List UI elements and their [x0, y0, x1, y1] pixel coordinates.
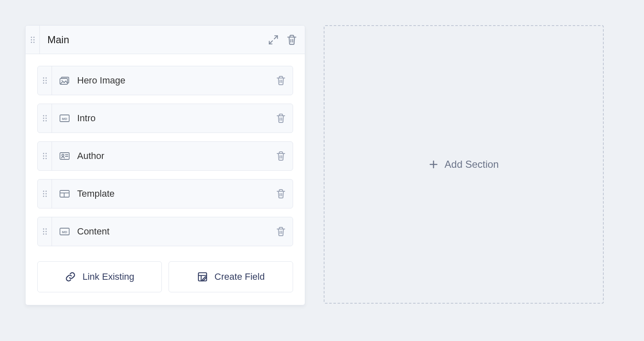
field-row[interactable]: Template: [37, 179, 293, 208]
delete-field-icon[interactable]: [276, 189, 286, 199]
field-label: Content: [77, 226, 269, 237]
markdown-type-icon: [59, 113, 70, 124]
section-actions: Link Existing Create Field: [37, 261, 293, 292]
field-label: Author: [77, 151, 269, 161]
field-row[interactable]: Author: [37, 141, 293, 171]
field-drag-handle[interactable]: [38, 142, 52, 170]
link-existing-button[interactable]: Link Existing: [37, 261, 162, 292]
link-icon: [65, 271, 76, 282]
delete-field-icon[interactable]: [276, 113, 286, 123]
field-row[interactable]: Hero Image: [37, 66, 293, 95]
field-drag-handle[interactable]: [38, 180, 52, 208]
component-type-icon: [59, 188, 70, 199]
section-card: Main Hero Image Intro: [25, 25, 305, 305]
grip-icon: [30, 36, 35, 44]
field-drag-handle[interactable]: [38, 104, 52, 133]
form-edit-icon: [197, 271, 208, 282]
field-label: Template: [77, 188, 269, 199]
field-label: Hero Image: [77, 75, 269, 86]
delete-field-icon[interactable]: [276, 75, 286, 86]
markdown-type-icon: [59, 226, 70, 237]
delete-section-icon[interactable]: [286, 34, 297, 45]
add-section-label: Add Section: [444, 159, 499, 170]
create-field-label: Create Field: [215, 271, 265, 282]
add-section-button[interactable]: Add Section: [324, 25, 604, 304]
section-header: Main: [26, 26, 305, 54]
plus-icon: [428, 159, 439, 169]
field-row[interactable]: Intro: [37, 104, 293, 133]
create-field-button[interactable]: Create Field: [169, 261, 293, 292]
delete-field-icon[interactable]: [276, 151, 286, 161]
grip-icon: [42, 152, 47, 160]
link-existing-label: Link Existing: [83, 271, 135, 282]
section-body: Hero Image Intro Author: [26, 54, 305, 305]
grip-icon: [42, 115, 47, 122]
image-type-icon: [59, 75, 70, 86]
grip-icon: [42, 190, 47, 198]
field-label: Intro: [77, 113, 269, 124]
field-drag-handle[interactable]: [38, 217, 52, 246]
section-drag-handle[interactable]: [26, 26, 40, 54]
field-row[interactable]: Content: [37, 217, 293, 246]
field-drag-handle[interactable]: [38, 66, 52, 95]
grip-icon: [42, 77, 47, 84]
grip-icon: [42, 228, 47, 235]
expand-icon[interactable]: [268, 34, 279, 45]
delete-field-icon[interactable]: [276, 226, 286, 237]
reference-type-icon: [59, 151, 70, 161]
section-title: Main: [40, 26, 260, 54]
section-toolbar: [260, 26, 305, 54]
